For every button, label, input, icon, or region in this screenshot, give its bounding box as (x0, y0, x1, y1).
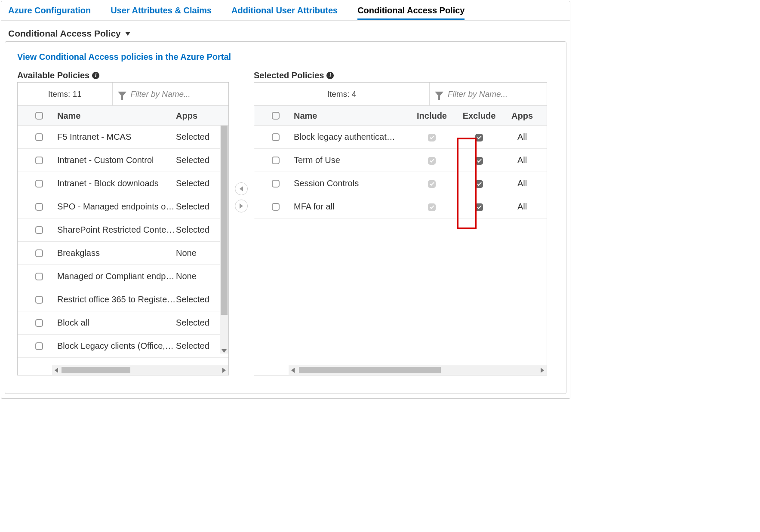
exclude-checkbox[interactable] (475, 134, 483, 141)
col-include[interactable]: Include (408, 111, 455, 121)
apps-value: Selected (176, 341, 223, 351)
move-right-button[interactable] (235, 200, 248, 212)
scroll-left-icon[interactable] (55, 368, 58, 373)
table-row[interactable]: BreakglassNone (18, 242, 228, 265)
col-name[interactable]: Name (55, 111, 176, 121)
selected-table-header: Name Include Exclude Apps (254, 106, 547, 126)
scroll-thumb[interactable] (221, 126, 228, 315)
available-select-all-checkbox[interactable] (35, 112, 43, 120)
policy-name: SPO - Managed endpoints only (55, 202, 176, 212)
move-left-button[interactable] (235, 182, 248, 195)
selected-policies-column: Selected Policies i Items: 4 Name (254, 71, 547, 375)
policy-name: F5 Intranet - MCAS (55, 132, 176, 142)
azure-portal-link[interactable]: View Conditional Access policies in the … (17, 52, 231, 62)
selected-title: Selected Policies (254, 71, 324, 80)
row-checkbox[interactable] (272, 157, 280, 164)
include-checkbox[interactable] (428, 180, 436, 188)
selected-pane: Items: 4 Name Include Exclude Apps (254, 82, 547, 375)
filter-icon (435, 92, 443, 97)
h-scroll-thumb[interactable] (299, 367, 441, 373)
policy-name: Intranet - Custom Control (55, 155, 176, 165)
apps-value: All (503, 178, 542, 188)
apps-value: Selected (176, 318, 223, 328)
include-checkbox[interactable] (428, 157, 436, 165)
table-row[interactable]: Session ControlsAll (254, 172, 547, 195)
policy-panel: View Conditional Access policies in the … (5, 41, 566, 394)
row-checkbox[interactable] (35, 249, 43, 257)
selected-select-all-checkbox[interactable] (272, 112, 280, 120)
row-checkbox[interactable] (35, 273, 43, 280)
apps-value: Selected (176, 155, 223, 165)
table-row[interactable]: MFA for allAll (254, 195, 547, 218)
apps-value: All (503, 155, 542, 165)
row-checkbox[interactable] (35, 180, 43, 188)
apps-value: All (503, 132, 542, 142)
table-row[interactable]: Managed or Compliant endpo…None (18, 265, 228, 288)
table-row[interactable]: SharePoint Restricted Conten…Selected (18, 218, 228, 242)
selected-filter-input[interactable] (448, 89, 542, 99)
apps-value: Selected (176, 132, 223, 142)
tab-user-attributes-claims[interactable]: User Attributes & Claims (111, 3, 212, 20)
row-checkbox[interactable] (272, 133, 280, 141)
policy-name: Block legacy authenticat… (292, 132, 408, 142)
tab-bar: Azure Configuration User Attributes & Cl… (1, 1, 570, 21)
available-table-header: Name Apps (18, 106, 228, 126)
row-checkbox[interactable] (35, 133, 43, 141)
scroll-right-icon[interactable] (541, 368, 544, 373)
scroll-left-icon[interactable] (291, 368, 295, 373)
apps-value: All (503, 202, 542, 212)
exclude-checkbox[interactable] (475, 203, 483, 211)
include-checkbox[interactable] (428, 203, 436, 211)
policy-name: Block Legacy clients (Office, I… (55, 341, 176, 351)
section-dropdown[interactable]: Conditional Access Policy (1, 21, 570, 41)
policy-name: Term of Use (292, 155, 408, 165)
table-row[interactable]: SPO - Managed endpoints onlySelected (18, 195, 228, 218)
table-row[interactable]: Intranet - Block downloadsSelected (18, 172, 228, 195)
available-rows: F5 Intranet - MCASSelectedIntranet - Cus… (18, 126, 228, 365)
table-row[interactable]: Restrict office 365 to Register…Selected (18, 288, 228, 311)
col-exclude[interactable]: Exclude (455, 111, 503, 121)
available-h-scrollbar[interactable] (52, 365, 228, 375)
tab-conditional-access-policy[interactable]: Conditional Access Policy (357, 3, 465, 20)
col-name[interactable]: Name (292, 111, 408, 121)
table-row[interactable]: Block legacy authenticat…All (254, 126, 547, 149)
tab-additional-user-attributes[interactable]: Additional User Attributes (231, 3, 338, 20)
exclude-checkbox[interactable] (475, 157, 483, 165)
include-checkbox[interactable] (428, 134, 436, 141)
row-checkbox[interactable] (35, 319, 43, 327)
apps-value: Selected (176, 178, 223, 188)
policy-name: Restrict office 365 to Register… (55, 295, 176, 304)
row-checkbox[interactable] (35, 342, 43, 350)
col-apps[interactable]: Apps (176, 111, 223, 121)
tab-azure-configuration[interactable]: Azure Configuration (8, 3, 91, 20)
selected-h-scrollbar[interactable] (289, 365, 547, 375)
table-row[interactable]: Term of UseAll (254, 149, 547, 172)
section-title: Conditional Access Policy (8, 28, 121, 39)
selected-items-count: Items: 4 (254, 83, 430, 105)
policy-name: Breakglass (55, 248, 176, 258)
info-icon[interactable]: i (326, 72, 334, 79)
dual-list: Available Policies i Items: 11 Name (17, 71, 554, 380)
row-checkbox[interactable] (35, 203, 43, 211)
selected-rows: Block legacy authenticat…AllTerm of UseA… (254, 126, 547, 365)
available-filter-input[interactable] (131, 89, 224, 99)
row-checkbox[interactable] (272, 180, 280, 188)
row-checkbox[interactable] (35, 157, 43, 164)
table-row[interactable]: Block allSelected (18, 311, 228, 335)
apps-value: Selected (176, 295, 223, 304)
h-scroll-thumb[interactable] (62, 367, 130, 373)
row-checkbox[interactable] (35, 226, 43, 234)
table-row[interactable]: Block Legacy clients (Office, I…Selected (18, 335, 228, 358)
vertical-scrollbar[interactable] (220, 126, 228, 354)
table-row[interactable]: F5 Intranet - MCASSelected (18, 126, 228, 149)
scroll-down-icon[interactable] (222, 349, 227, 353)
apps-value: Selected (176, 225, 223, 235)
row-checkbox[interactable] (35, 296, 43, 304)
row-checkbox[interactable] (272, 203, 280, 211)
policy-name: Session Controls (292, 178, 408, 188)
table-row[interactable]: Intranet - Custom ControlSelected (18, 149, 228, 172)
exclude-checkbox[interactable] (475, 180, 483, 188)
scroll-right-icon[interactable] (222, 368, 226, 373)
info-icon[interactable]: i (92, 72, 99, 79)
col-apps[interactable]: Apps (503, 111, 542, 121)
